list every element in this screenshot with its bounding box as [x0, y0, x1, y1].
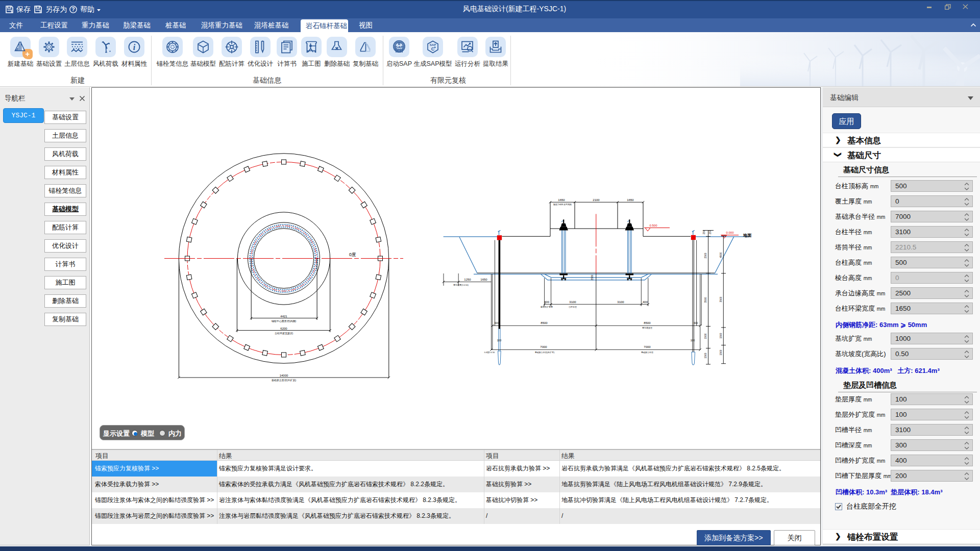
svg-text:1250: 1250 [464, 278, 471, 281]
svg-text:1650: 1650 [627, 198, 634, 202]
svg-text:地面: 地面 [743, 233, 752, 238]
svg-text:2100: 2100 [593, 198, 600, 202]
svg-text:1500: 1500 [704, 333, 707, 339]
svg-text:台柱环梁宽度(2): 台柱环梁宽度(2) [275, 332, 293, 335]
svg-text:250: 250 [702, 230, 705, 235]
svg-text:400: 400 [544, 300, 550, 304]
svg-text:1500: 1500 [719, 349, 722, 355]
svg-text:台柱半径: 台柱半径 [569, 306, 577, 308]
svg-text:4421: 4421 [280, 315, 287, 318]
svg-text:7000: 7000 [644, 345, 651, 348]
svg-text:i: i [133, 43, 136, 52]
svg-text:C: C [431, 46, 435, 52]
svg-text:1500: 1500 [704, 353, 707, 358]
svg-text:3100: 3100 [569, 300, 576, 304]
svg-text:基础承台半径(外扩后): 基础承台半径(外扩后) [535, 351, 555, 354]
svg-text:2500: 2500 [704, 253, 707, 258]
svg-text:250: 250 [708, 230, 712, 235]
svg-text:3100: 3100 [617, 300, 624, 304]
svg-text:基础承台直径(外扩后): 基础承台直径(外扩后) [272, 379, 297, 382]
svg-text:8500: 8500 [644, 321, 651, 324]
svg-text:0.4坡1:0.50: 0.4坡1:0.50 [484, 351, 495, 354]
svg-text:锚栓中心圆直径(内侧): 锚栓中心圆直径(内侧) [272, 319, 297, 323]
svg-text:预应力锚栓水平间距: 预应力锚栓水平间距 [553, 203, 572, 206]
svg-text:基坑底直径: 基坑底直径 [642, 327, 652, 329]
svg-text:基坑坡度(1:0.50): 基坑坡度(1:0.50) [453, 284, 469, 286]
svg-text:6200: 6200 [280, 327, 287, 330]
svg-text:0.000: 0.000 [726, 231, 734, 234]
svg-text:基础承台半径: 基础承台半径 [641, 351, 653, 354]
svg-text:600: 600 [495, 321, 499, 324]
svg-text:3500: 3500 [719, 296, 722, 302]
svg-text:400: 400 [643, 300, 648, 304]
svg-text:100: 100 [691, 339, 695, 342]
svg-text:100: 100 [497, 339, 502, 342]
svg-text:1650: 1650 [558, 198, 565, 202]
svg-text:垫层外扩宽度: 垫层外扩宽度 [541, 306, 553, 308]
svg-text:2580: 2580 [591, 274, 594, 280]
svg-text:0度: 0度 [349, 252, 356, 257]
svg-text:1650: 1650 [480, 278, 487, 281]
svg-text:4500: 4500 [719, 252, 722, 258]
svg-text:?: ? [71, 6, 75, 12]
svg-text:8500: 8500 [541, 321, 548, 324]
svg-text:1500: 1500 [719, 333, 722, 338]
svg-text:600: 600 [694, 321, 698, 324]
svg-text:3500: 3500 [704, 297, 707, 303]
svg-text:14000: 14000 [280, 374, 288, 377]
svg-text:0.500: 0.500 [649, 224, 657, 227]
svg-text:7000: 7000 [540, 345, 547, 348]
svg-text:SAP: SAP [396, 45, 403, 49]
